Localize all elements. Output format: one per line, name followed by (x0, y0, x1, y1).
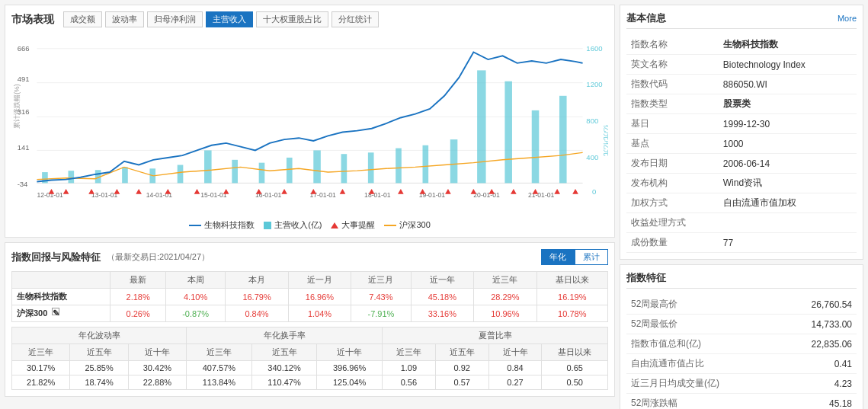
tab-shizhong[interactable]: 十大权重股占比 (256, 11, 328, 27)
info-value-basedate: 1999-12-30 (719, 114, 857, 134)
csi300-vol-3y: 21.82% (12, 375, 70, 390)
return-th-1y: 近一年 (411, 272, 473, 289)
svg-text:20-01-01: 20-01-01 (473, 191, 500, 199)
table-row: 52周涨跌幅 45.18 (626, 394, 857, 410)
svg-rect-37 (313, 150, 321, 183)
svg-text:491: 491 (18, 75, 30, 83)
return-th-base: 基日以来 (536, 272, 607, 289)
return-th-week: 本周 (165, 272, 225, 289)
table-row: 52周最高价 26,760.54 (626, 295, 857, 315)
info-label-return: 收益处理方式 (626, 213, 719, 233)
svg-text:-34: -34 (18, 180, 28, 188)
info-label-engname: 英文名称 (626, 55, 719, 75)
info-label-pubdate: 发布日期 (626, 154, 719, 174)
feature-label-freefloat: 自由流通市值占比 (626, 354, 764, 374)
tab-bodonglv[interactable]: 波动率 (105, 11, 144, 27)
table-row: 指数名称 生物科技指数 (626, 35, 857, 55)
csi300-sharpe-5y: 0.57 (435, 375, 488, 390)
svg-marker-65 (511, 189, 517, 194)
svg-text:13-01-01: 13-01-01 (91, 191, 118, 199)
sharpe-3y-th: 近三年 (383, 344, 436, 361)
volatility-header: 年化波动率 (12, 328, 187, 344)
table-row: 52周最低价 14,733.00 (626, 315, 857, 334)
table-row: 沪深300 ✎ 0.26% -0.87% 0.84% 1.04% -7.91% … (12, 305, 608, 322)
table-row: 生物科技指数 2.18% 4.10% 16.79% 16.96% 7.43% 4… (12, 289, 608, 305)
table-row: 指数代码 886050.WI (626, 75, 857, 94)
info-value-publisher: Wind资讯 (719, 174, 857, 193)
table-row: 发布日期 2006-06-14 (626, 154, 857, 174)
info-value-indexname: 生物科技指数 (719, 35, 857, 55)
edit-icon[interactable]: ✎ (52, 308, 59, 315)
more-link[interactable]: More (838, 14, 857, 23)
svg-text:0: 0 (592, 187, 596, 196)
toggle-cumulative[interactable]: 累计 (575, 249, 608, 265)
table-row: 近三月日均成交量(亿) 4.23 (626, 374, 857, 394)
biotech-sharpe-3y: 1.09 (383, 361, 436, 375)
csi300-1y: 33.16% (411, 305, 473, 322)
info-value-pubdate: 2006-06-14 (719, 154, 857, 174)
biotech-label: 生物科技指数 (12, 289, 111, 305)
tab-chengjiao[interactable]: 成交额 (63, 11, 102, 27)
csi300-month: 0.84% (226, 305, 288, 322)
return-date: （最新交易日:2021/04/27） (107, 251, 210, 263)
svg-text:141: 141 (18, 143, 30, 152)
csi300-week: -0.87% (165, 305, 225, 322)
return-th-month: 本月 (226, 272, 288, 289)
feature-value-52wchg: 45.18 (764, 394, 857, 410)
info-label-publisher: 发布机构 (626, 174, 719, 193)
svg-text:1600: 1600 (586, 44, 602, 53)
turn-3y-th: 近三年 (187, 344, 252, 361)
return-th-label (12, 272, 111, 289)
csi300-label: 沪深300 ✎ (12, 305, 111, 322)
turnover-header: 年化换手率 (187, 328, 383, 344)
return-header: 指数回报与风险特征 （最新交易日:2021/04/27） 年化 累计 (11, 249, 608, 265)
toggle-annualized[interactable]: 年化 (541, 249, 575, 265)
info-label-count: 成份数量 (626, 233, 719, 253)
tab-fenghong[interactable]: 分红统计 (332, 11, 379, 27)
feature-label-52wchg: 52周涨跌幅 (626, 394, 764, 410)
feature-value-low: 14,733.00 (764, 315, 857, 334)
vol-3y-th: 近三年 (12, 344, 70, 361)
svg-text:亿/元/亿元: 亿/元/亿元 (603, 124, 608, 156)
table-row: 成份数量 77 (626, 233, 857, 253)
biotech-1y: 45.18% (411, 289, 473, 305)
svg-text:800: 800 (586, 117, 598, 125)
csi300-turn-3y: 113.84% (187, 375, 252, 390)
biotech-3y: 28.29% (474, 289, 536, 305)
svg-marker-68 (572, 189, 578, 194)
legend-csi300: 沪深300 (384, 219, 430, 231)
biotech-latest: 2.18% (111, 289, 165, 305)
table-row: 30.17% 25.85% 30.42% 407.57% 340.12% 396… (12, 361, 608, 375)
biotech-turn-10y: 396.96% (317, 361, 383, 375)
legend-revenue: 主营收入(亿) (264, 219, 322, 231)
csi300-turn-5y: 110.47% (251, 375, 317, 390)
svg-marker-58 (340, 189, 346, 194)
toggle-buttons: 年化 累计 (541, 249, 608, 265)
svg-rect-44 (504, 81, 512, 184)
tab-zhuyingshouru[interactable]: 主营收入 (206, 11, 253, 27)
feature-table: 52周最高价 26,760.54 52周最低价 14,733.00 指数市值总和… (626, 295, 857, 409)
biotech-3m: 7.43% (351, 289, 411, 305)
feature-value-high: 26,760.54 (764, 295, 857, 315)
return-th-1m: 近一月 (288, 272, 351, 289)
svg-marker-56 (281, 189, 287, 194)
biotech-sharpe-base: 0.65 (542, 361, 608, 375)
feature-label-high: 52周最高价 (626, 295, 764, 315)
biotech-sharpe-10y: 0.84 (488, 361, 542, 375)
info-value-basepoint: 1000 (719, 134, 857, 154)
svg-rect-43 (477, 70, 485, 183)
return-th-latest: 最新 (111, 272, 165, 289)
csi300-3y: 10.96% (474, 305, 536, 322)
info-label-weight: 加权方式 (626, 193, 719, 213)
tab-guimu[interactable]: 归母净利润 (147, 11, 203, 27)
return-title: 指数回报与风险特征 (11, 251, 101, 264)
svg-text:1200: 1200 (586, 80, 602, 88)
svg-marker-53 (194, 189, 200, 194)
chart-area: 666 491 316 141 -34 累计涨跌幅(%) 1600 1200 8… (11, 34, 608, 216)
right-panel: 基本信息 More 指数名称 生物科技指数 英文名称 Biotechnology… (620, 5, 863, 409)
svg-rect-33 (204, 150, 212, 183)
csi300-1m: 1.04% (288, 305, 351, 322)
sharpe-header: 夏普比率 (383, 328, 608, 344)
csi300-vol-5y: 18.74% (70, 375, 128, 390)
info-header: 基本信息 More (626, 11, 857, 29)
